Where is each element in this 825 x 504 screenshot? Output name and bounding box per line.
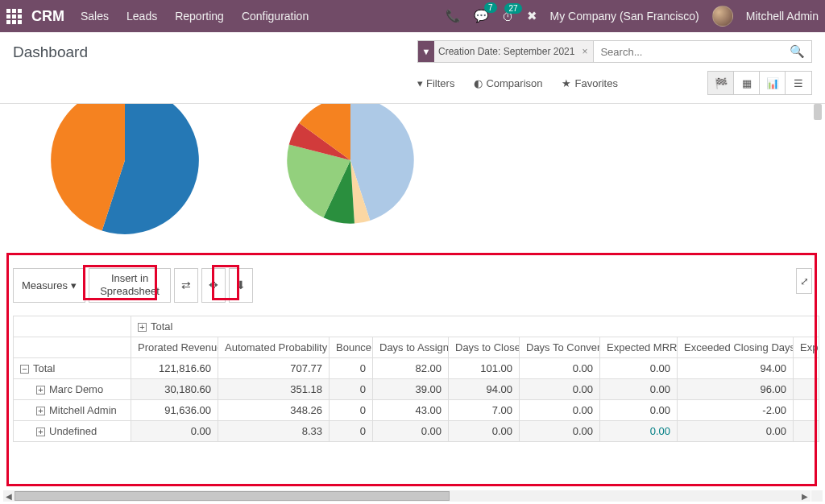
pivot-cell: 94.00 (678, 357, 794, 378)
pivot-cell: 707.77 (218, 357, 330, 378)
col-header[interactable]: Days to Assign (373, 337, 449, 357)
col-header[interactable]: Prorated Revenue (131, 337, 218, 357)
scroll-right-icon[interactable]: ▶ (799, 490, 810, 502)
scroll-thumb[interactable] (15, 491, 450, 501)
row-header[interactable]: +Undefined (14, 420, 131, 441)
col-total-header[interactable]: +Total (131, 316, 819, 337)
pivot-cell: 121,816.60 (131, 357, 218, 378)
view-switcher: 🏁 ▦ 📊 ☰ (707, 71, 812, 95)
pivot-cell: 0.00 (520, 399, 600, 420)
nav-reporting[interactable]: Reporting (175, 10, 224, 23)
pivot-view-button[interactable]: ▦ (734, 72, 760, 94)
search-box[interactable]: ▼ Creation Date: September 2021 × 🔍 (417, 40, 812, 63)
corner-cell (14, 316, 131, 337)
filter-icon: ▼ (418, 41, 434, 62)
filters-dropdown[interactable]: ▾Filters (417, 77, 454, 89)
dashboard-view-button[interactable]: 🏁 (708, 72, 734, 94)
pivot-cell: 0.00 (520, 357, 600, 378)
pivot-cell: 94.00 (449, 378, 520, 399)
expand-all-button[interactable]: ✥ (201, 268, 226, 303)
user-menu[interactable]: Mitchell Admin (746, 10, 819, 23)
pie-chart-1 (32, 104, 218, 245)
col-header[interactable]: Bounce (330, 337, 373, 357)
row-header[interactable]: −Total (14, 357, 131, 378)
pivot-cell: 0.00 (449, 420, 520, 441)
pivot-cell: 0 (330, 378, 373, 399)
star-icon: ★ (562, 77, 571, 89)
control-panel: Dashboard ▼ Creation Date: September 202… (0, 32, 825, 95)
expand-row-icon[interactable]: − (20, 365, 29, 374)
row-header[interactable]: +Marc Demo (14, 378, 131, 399)
insert-spreadsheet-button[interactable]: Insert in Spreadsheet (89, 268, 171, 303)
pivot-table: +Total Prorated RevenueAutomated Probabi… (13, 316, 819, 442)
pivot-cell: 43.00 (373, 399, 449, 420)
col-header[interactable]: Days To Convert (520, 337, 600, 357)
company-selector[interactable]: My Company (San Francisco) (550, 10, 699, 23)
horizontal-scrollbar[interactable]: ◀ ▶ (3, 490, 810, 502)
pivot-cell: 0.00 (520, 420, 600, 441)
row-header[interactable]: +Mitchell Admin (14, 399, 131, 420)
download-button[interactable]: ⬇ (229, 268, 253, 303)
funnel-icon: ▾ (417, 77, 423, 89)
pivot-cell: 101.00 (449, 357, 520, 378)
measures-button[interactable]: Measures▾ (13, 268, 85, 303)
caret-down-icon: ▾ (71, 279, 77, 291)
favorites-dropdown[interactable]: ★Favorites (562, 77, 617, 89)
nav-leads[interactable]: Leads (126, 10, 157, 23)
activity-badge: 27 (504, 3, 521, 14)
col-header[interactable]: Expected MRR (600, 337, 678, 357)
pivot-cell: 7.00 (449, 399, 520, 420)
col-header[interactable]: Days to Close (449, 337, 520, 357)
pivot-cell: 351.18 (218, 378, 330, 399)
pivot-cell: 0 (330, 357, 373, 378)
search-facet[interactable]: ▼ Creation Date: September 2021 × (418, 41, 594, 62)
pivot-cell: 30,180.60 (131, 378, 218, 399)
app-brand[interactable]: CRM (31, 8, 64, 25)
comparison-dropdown[interactable]: ◐Comparison (474, 77, 542, 89)
col-header[interactable]: Exceeded Closing Days (678, 337, 794, 357)
pivot-cell: -2.00 (678, 399, 794, 420)
pivot-cell: 82.00 (373, 357, 449, 378)
pivot-cell: 0.00 (600, 378, 678, 399)
pivot-cell: 8.33 (218, 420, 330, 441)
col-header[interactable]: Automated Probability (218, 337, 330, 357)
nav-sales[interactable]: Sales (81, 10, 109, 23)
pivot-cell: 0.00 (678, 420, 794, 441)
pivot-controls: Measures▾ Insert in Spreadsheet ⇄ ✥ ⬇ ⤢ (0, 249, 825, 303)
expand-row-icon[interactable]: + (36, 407, 45, 415)
scroll-corner (811, 490, 823, 502)
chat-icon[interactable]: 💬7 (474, 9, 489, 23)
pie-chart-2 (266, 104, 435, 245)
col-header[interactable]: Expe (794, 337, 819, 357)
expand-col-icon[interactable]: + (138, 323, 147, 332)
apps-menu-icon[interactable] (6, 9, 22, 24)
expand-row-icon[interactable]: + (36, 428, 45, 436)
list-view-button[interactable]: ☰ (786, 72, 811, 94)
charts-row (0, 104, 825, 249)
expand-row-icon[interactable]: + (36, 386, 45, 395)
vertical-scrollbar[interactable] (814, 104, 822, 120)
page-title: Dashboard (13, 43, 88, 61)
chat-badge: 7 (484, 2, 497, 13)
phone-icon[interactable]: 📞 (446, 9, 461, 23)
scroll-left-icon[interactable]: ◀ (3, 490, 15, 502)
graph-view-button[interactable]: 📊 (760, 72, 786, 94)
avatar[interactable] (712, 6, 733, 27)
pivot-cell: 0.00 (520, 378, 600, 399)
nav-links: Sales Leads Reporting Configuration (81, 10, 309, 23)
debug-icon[interactable]: ✖ (527, 9, 537, 23)
pivot-cell: 0.00 (131, 420, 218, 441)
pivot-cell: 0 (330, 399, 373, 420)
search-input[interactable] (594, 46, 783, 58)
fullscreen-button[interactable]: ⤢ (796, 268, 812, 294)
pivot-cell: 0.00 (600, 357, 678, 378)
nav-configuration[interactable]: Configuration (242, 10, 309, 23)
activity-icon[interactable]: ⏱27 (502, 10, 514, 23)
search-icon[interactable]: 🔍 (783, 44, 811, 59)
pivot-cell: 348.26 (218, 399, 330, 420)
flip-axis-button[interactable]: ⇄ (174, 268, 198, 303)
pivot-cell: 96.00 (678, 378, 794, 399)
remove-facet-icon[interactable]: × (579, 46, 590, 57)
pivot-cell: 39.00 (373, 378, 449, 399)
main-navbar: CRM Sales Leads Reporting Configuration … (0, 0, 825, 32)
